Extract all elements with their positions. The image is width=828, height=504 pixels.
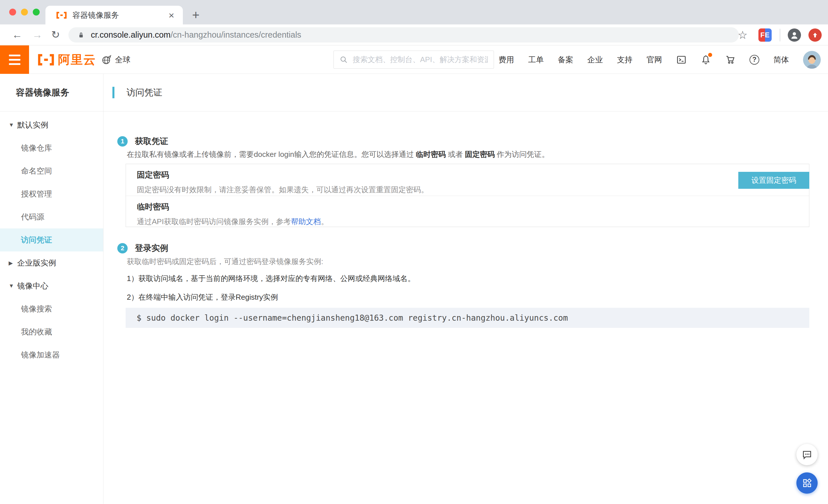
temp-password-row: 临时密码 通过API获取临时密码访问镜像服务实例，参考帮助文档。 [126, 196, 809, 227]
new-tab-button[interactable]: + [188, 7, 203, 22]
toolbar-divider [780, 29, 780, 41]
step1-number-badge: 1 [117, 136, 128, 146]
sidebar-nav: ▼ 默认实例 镜像仓库 命名空间 授权管理 代码源 访问凭证 ▶ 企业版实例 ▼… [0, 111, 103, 366]
sidebar-item-favorites[interactable]: 我的收藏 [0, 320, 103, 343]
chevron-down-icon: ▼ [9, 122, 17, 128]
quick-access-button[interactable] [796, 472, 818, 494]
chat-bubble-icon [801, 449, 813, 460]
sidebar-item-authorization[interactable]: 授权管理 [0, 182, 103, 205]
feedback-chat-button[interactable] [796, 444, 818, 465]
sidebar-item-image-search[interactable]: 镜像搜索 [0, 297, 103, 320]
fixed-password-desc: 固定密码没有时效限制，请注意妥善保管。如果遗失，可以通过再次设置重置固定密码。 [137, 185, 809, 195]
help-doc-link[interactable]: 帮助文档 [291, 217, 321, 226]
terminal-icon [676, 55, 687, 65]
search-input[interactable] [353, 55, 488, 64]
sidebar-group-enterprise-instance[interactable]: ▶ 企业版实例 [0, 251, 103, 274]
up-arrow-icon [812, 32, 819, 39]
toolbar-right: ☆ FE [738, 25, 828, 45]
chevron-down-icon: ▼ [9, 283, 17, 289]
nav-link-tickets[interactable]: 工单 [528, 55, 544, 65]
products-menu-button[interactable] [0, 45, 29, 74]
address-bar[interactable]: cr.console.aliyun.com/cn-hangzhou/instan… [69, 27, 739, 43]
bookmark-star-icon[interactable]: ☆ [738, 29, 747, 41]
sidebar-item-credentials[interactable]: 访问凭证 [0, 228, 103, 251]
browser-update-icon[interactable] [809, 29, 822, 42]
fe-extension-icon[interactable]: FE [758, 29, 772, 42]
close-window-button[interactable] [9, 9, 16, 15]
globe-icon [101, 55, 112, 65]
account-avatar[interactable] [803, 51, 821, 69]
page-title: 访问凭证 [126, 87, 162, 99]
chevron-right-icon: ▶ [9, 260, 17, 266]
step2-item2: 2）在终端中输入访问凭证，登录Registry实例 [127, 292, 278, 302]
url-host: cr.console.aliyun.com [91, 30, 170, 39]
search-icon [339, 55, 348, 64]
browser-window: 容器镜像服务 × + ← → ↻ cr.console.aliyun.com/c… [0, 0, 828, 504]
tab-close-icon[interactable]: × [167, 10, 176, 20]
cart-button[interactable] [725, 55, 736, 65]
console-body: 容器镜像服务 ▼ 默认实例 镜像仓库 命名空间 授权管理 代码源 访问凭证 ▶ … [0, 74, 828, 504]
sidebar-title: 容器镜像服务 [0, 74, 103, 111]
sidebar: 容器镜像服务 ▼ 默认实例 镜像仓库 命名空间 授权管理 代码源 访问凭证 ▶ … [0, 74, 104, 504]
url-path: /cn-hangzhou/instances/credentials [170, 30, 301, 39]
cart-icon [725, 55, 736, 65]
avatar-image [803, 51, 821, 69]
page-header: 访问凭证 [104, 74, 828, 111]
sidebar-group-image-center[interactable]: ▼ 镜像中心 [0, 274, 103, 297]
help-button[interactable]: ? [749, 55, 759, 65]
apps-grid-icon [801, 477, 813, 489]
aliyun-favicon-icon [56, 11, 67, 19]
lock-icon [77, 30, 85, 40]
docker-login-command: $ sudo docker login --username=chengjian… [126, 308, 809, 328]
nav-link-support[interactable]: 支持 [617, 55, 632, 65]
back-icon[interactable]: ← [12, 29, 23, 41]
language-switch[interactable]: 简体 [773, 55, 789, 65]
temp-password-desc: 通过API获取临时密码访问镜像服务实例，参考帮助文档。 [137, 217, 809, 227]
forward-icon[interactable]: → [32, 29, 43, 41]
aliyun-logo[interactable]: 阿里云 [37, 45, 96, 74]
region-selector[interactable]: 全球 [101, 45, 130, 74]
fixed-password-title: 固定密码 [137, 170, 809, 180]
step2-desc: 获取临时密码或固定密码后，可通过密码登录镜像服务实例: [127, 257, 323, 267]
nav-link-website[interactable]: 官网 [647, 55, 662, 65]
fixed-password-row: 固定密码 固定密码没有时效限制，请注意妥善保管。如果遗失，可以通过再次设置重置固… [126, 164, 809, 196]
reload-icon[interactable]: ↻ [51, 29, 60, 41]
console-top-nav: 阿里云 全球 费用 工单 备案 企业 支持 官网 [0, 45, 828, 74]
browser-tab-bar: 容器镜像服务 × + [0, 0, 828, 25]
browser-tab[interactable]: 容器镜像服务 × [45, 6, 183, 25]
nav-link-icp[interactable]: 备案 [558, 55, 573, 65]
aliyun-logo-icon [37, 54, 55, 66]
step2-number-badge: 2 [117, 243, 128, 254]
sidebar-item-code-source[interactable]: 代码源 [0, 205, 103, 228]
temp-password-title: 临时密码 [137, 201, 809, 212]
main-content: 访问凭证 1 获取凭证 在拉取私有镜像或者上传镜像前，需要docker logi… [104, 74, 828, 504]
top-nav-links: 费用 工单 备案 企业 支持 官网 [499, 45, 821, 74]
sidebar-item-repositories[interactable]: 镜像仓库 [0, 136, 103, 159]
sidebar-group-default-instance[interactable]: ▼ 默认实例 [0, 113, 103, 136]
cloudshell-button[interactable] [676, 55, 687, 65]
page-url: cr.console.aliyun.com/cn-hangzhou/instan… [91, 30, 301, 40]
person-icon [789, 30, 799, 40]
minimize-window-button[interactable] [21, 9, 28, 15]
aliyun-logo-text: 阿里云 [58, 52, 96, 68]
console-search[interactable] [333, 51, 494, 69]
step1-title: 获取凭证 [135, 136, 168, 147]
notification-dot [708, 53, 712, 57]
nav-link-billing[interactable]: 费用 [499, 55, 514, 65]
sidebar-item-accelerator[interactable]: 镜像加速器 [0, 343, 103, 366]
browser-toolbar: ← → ↻ cr.console.aliyun.com/cn-hangzhou/… [0, 25, 828, 45]
zoom-window-button[interactable] [33, 9, 40, 15]
step1-intro: 在拉取私有镜像或者上传镜像前，需要docker login输入您的凭证信息。您可… [127, 149, 549, 159]
credentials-box: 固定密码 固定密码没有时效限制，请注意妥善保管。如果遗失，可以通过再次设置重置固… [126, 164, 809, 227]
region-label: 全球 [115, 55, 130, 65]
step1-header: 1 获取凭证 [117, 136, 168, 147]
step2-title: 登录实例 [135, 242, 168, 254]
tab-title: 容器镜像服务 [73, 10, 167, 20]
notifications-button[interactable] [701, 55, 711, 65]
browser-profile-icon[interactable] [788, 29, 801, 42]
nav-link-enterprise[interactable]: 企业 [587, 55, 603, 65]
window-controls [9, 9, 40, 15]
step2-header: 2 登录实例 [117, 242, 168, 254]
sidebar-item-namespaces[interactable]: 命名空间 [0, 159, 103, 182]
set-fixed-password-button[interactable]: 设置固定密码 [738, 172, 809, 189]
